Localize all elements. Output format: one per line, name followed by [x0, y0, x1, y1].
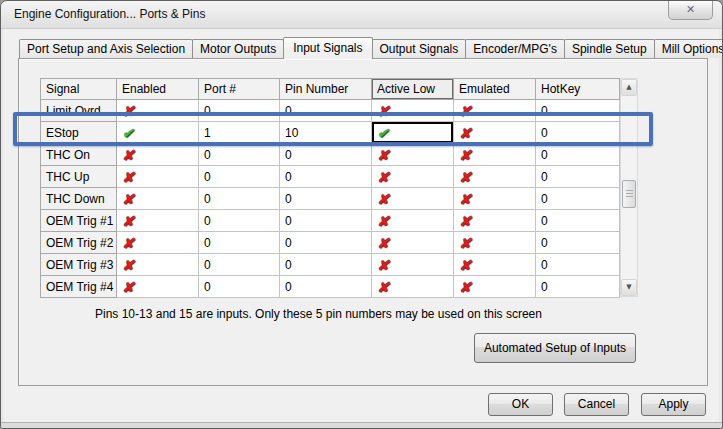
scrollbar-down-button[interactable]: ▼	[621, 279, 637, 296]
thc-on-pin-cell[interactable]: 0	[280, 144, 372, 166]
column-header-active-low: Active Low	[372, 79, 454, 100]
grid-row-oem-trig-3: OEM Trig #3✘00✘✘0	[41, 254, 620, 276]
oem-trig-3-port-cell[interactable]: 0	[199, 254, 280, 276]
estop-pin-cell[interactable]: 10	[280, 122, 372, 144]
oem-trig-1-port-cell[interactable]: 0	[199, 210, 280, 232]
limit-ovrd-active_low-cell[interactable]: ✘	[372, 100, 454, 122]
oem-trig-2-port-cell[interactable]: 0	[199, 232, 280, 254]
oem-trig-1-hotkey-cell[interactable]: 0	[536, 210, 620, 232]
thc-on-port-cell[interactable]: 0	[199, 144, 280, 166]
limit-ovrd-emulated-cell[interactable]: ✘	[454, 100, 536, 122]
estop-port-cell[interactable]: 1	[199, 122, 280, 144]
thc-down-enabled-cell[interactable]: ✘	[117, 188, 199, 210]
tab-output-signals[interactable]: Output Signals	[372, 39, 467, 58]
grid-row-thc-down: THC Down✘00✘✘0	[41, 188, 620, 210]
oem-trig-2-hotkey-cell[interactable]: 0	[536, 232, 620, 254]
limit-ovrd-hotkey-cell[interactable]: 0	[536, 100, 620, 122]
thc-down-emulated-cell[interactable]: ✘	[454, 188, 536, 210]
cross-icon: ✘	[377, 280, 389, 294]
thc-on-active_low-cell[interactable]: ✘	[372, 144, 454, 166]
ok-button[interactable]: OK	[488, 393, 553, 416]
grid-vertical-scrollbar[interactable]: ▲ ▼	[620, 78, 638, 297]
cross-icon: ✘	[122, 280, 134, 294]
thc-down-pin-cell[interactable]: 0	[280, 188, 372, 210]
cross-icon: ✘	[459, 104, 471, 118]
oem-trig-2-enabled-cell[interactable]: ✘	[117, 232, 199, 254]
tab-motor-outputs[interactable]: Motor Outputs	[192, 39, 284, 58]
thc-up-hotkey-cell[interactable]: 0	[536, 166, 620, 188]
oem-trig-3-active_low-cell[interactable]: ✘	[372, 254, 454, 276]
estop-active_low-cell[interactable]: ✔	[372, 122, 454, 144]
limit-ovrd-pin-cell[interactable]: 0	[280, 100, 372, 122]
oem-trig-3-emulated-cell[interactable]: ✘	[454, 254, 536, 276]
thc-up-port-cell[interactable]: 0	[199, 166, 280, 188]
tab-spindle-setup[interactable]: Spindle Setup	[564, 39, 655, 58]
check-icon: ✔	[377, 126, 389, 140]
cross-icon: ✘	[122, 192, 134, 206]
grid-body: Limit Ovrd✘00✘✘0EStop✔110✔✘0THC On✘00✘✘0…	[41, 100, 620, 298]
oem-trig-4-active_low-cell[interactable]: ✘	[372, 276, 454, 298]
thc-down-active_low-cell[interactable]: ✘	[372, 188, 454, 210]
tab-port-setup-and-axis-selection[interactable]: Port Setup and Axis Selection	[19, 39, 193, 58]
thc-up-signal-cell: THC Up	[41, 166, 117, 188]
thc-on-emulated-cell[interactable]: ✘	[454, 144, 536, 166]
thc-down-hotkey-cell[interactable]: 0	[536, 188, 620, 210]
estop-hotkey-cell[interactable]: 0	[536, 122, 620, 144]
apply-button[interactable]: Apply	[641, 393, 706, 416]
scrollbar-track[interactable]	[621, 96, 637, 281]
oem-trig-4-hotkey-cell[interactable]: 0	[536, 276, 620, 298]
cross-icon: ✘	[459, 192, 471, 206]
cross-icon: ✘	[459, 126, 471, 140]
scrollbar-up-button[interactable]: ▲	[621, 79, 637, 96]
oem-trig-1-pin-cell[interactable]: 0	[280, 210, 372, 232]
cross-icon: ✘	[459, 170, 471, 184]
oem-trig-2-emulated-cell[interactable]: ✘	[454, 232, 536, 254]
scrollbar-thumb[interactable]	[622, 180, 636, 208]
cross-icon: ✘	[459, 148, 471, 162]
tab-mill-options[interactable]: Mill Options	[654, 39, 723, 58]
oem-trig-1-enabled-cell[interactable]: ✘	[117, 210, 199, 232]
oem-trig-3-enabled-cell[interactable]: ✘	[117, 254, 199, 276]
cross-icon: ✘	[122, 214, 134, 228]
tab-input-signals[interactable]: Input Signals	[283, 37, 372, 59]
estop-emulated-cell[interactable]: ✘	[454, 122, 536, 144]
up-arrow-icon: ▲	[626, 83, 631, 91]
cross-icon: ✘	[377, 258, 389, 272]
oem-trig-4-emulated-cell[interactable]: ✘	[454, 276, 536, 298]
estop-enabled-cell[interactable]: ✔	[117, 122, 199, 144]
dialog-frame-bottom	[1, 423, 722, 429]
thc-up-emulated-cell[interactable]: ✘	[454, 166, 536, 188]
limit-ovrd-enabled-cell[interactable]: ✘	[117, 100, 199, 122]
thc-up-pin-cell[interactable]: 0	[280, 166, 372, 188]
tab-encoder-mpgs[interactable]: Encoder/MPG's	[465, 39, 565, 58]
oem-trig-2-pin-cell[interactable]: 0	[280, 232, 372, 254]
cross-icon: ✘	[377, 214, 389, 228]
oem-trig-1-emulated-cell[interactable]: ✘	[454, 210, 536, 232]
thc-up-enabled-cell[interactable]: ✘	[117, 166, 199, 188]
engine-configuration-dialog: Engine Configuration... Ports & Pins ✕ P…	[0, 0, 723, 429]
oem-trig-4-pin-cell[interactable]: 0	[280, 276, 372, 298]
thc-on-enabled-cell[interactable]: ✘	[117, 144, 199, 166]
oem-trig-3-pin-cell[interactable]: 0	[280, 254, 372, 276]
column-header-hotkey: HotKey	[536, 79, 620, 100]
limit-ovrd-port-cell[interactable]: 0	[199, 100, 280, 122]
thc-on-hotkey-cell[interactable]: 0	[536, 144, 620, 166]
grid-row-estop: EStop✔110✔✘0	[41, 122, 620, 144]
tab-strip: Port Setup and Axis Selection Motor Outp…	[19, 36, 723, 58]
oem-trig-2-active_low-cell[interactable]: ✘	[372, 232, 454, 254]
grid-row-oem-trig-4: OEM Trig #4✘00✘✘0	[41, 276, 620, 298]
thc-down-port-cell[interactable]: 0	[199, 188, 280, 210]
oem-trig-4-enabled-cell[interactable]: ✘	[117, 276, 199, 298]
cancel-button[interactable]: Cancel	[564, 393, 629, 416]
titlebar: Engine Configuration... Ports & Pins ✕	[1, 1, 722, 29]
automated-setup-of-inputs-button[interactable]: Automated Setup of Inputs	[474, 333, 636, 363]
oem-trig-2-signal-cell: OEM Trig #2	[41, 232, 117, 254]
window-title: Engine Configuration... Ports & Pins	[14, 1, 205, 28]
input-signals-grid: Signal Enabled Port # Pin Number Active …	[40, 78, 620, 298]
oem-trig-4-port-cell[interactable]: 0	[199, 276, 280, 298]
cross-icon: ✘	[377, 170, 389, 184]
thc-up-active_low-cell[interactable]: ✘	[372, 166, 454, 188]
oem-trig-3-hotkey-cell[interactable]: 0	[536, 254, 620, 276]
oem-trig-1-active_low-cell[interactable]: ✘	[372, 210, 454, 232]
close-button[interactable]: ✕	[668, 1, 713, 20]
